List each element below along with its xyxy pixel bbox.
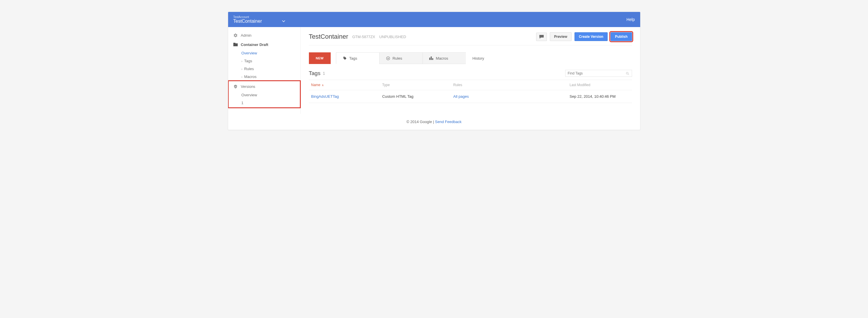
tab-label: Macros [436, 56, 448, 60]
sidebar-item-label: Rules [244, 67, 254, 71]
container-id: GTM-5877ZX [352, 35, 375, 39]
col-name[interactable]: Name∧ [309, 80, 380, 90]
search-box[interactable] [565, 70, 632, 77]
col-rules[interactable]: Rules [451, 80, 567, 90]
sidebar-item-label: Admin [241, 33, 252, 37]
new-button[interactable]: NEW [309, 52, 331, 64]
sidebar-item-draft-macros[interactable]: ›Macros [228, 73, 301, 81]
tab-macros[interactable]: Macros [423, 52, 466, 64]
chevron-right-icon: › [242, 59, 243, 63]
tags-table: Name∧ Type Rules Last Modified BingAdsUE… [309, 80, 632, 103]
footer-copyright: © 2014 Google [407, 120, 432, 124]
shield-check-icon [234, 84, 238, 89]
sidebar-item-versions-overview[interactable]: Overview [228, 91, 301, 99]
app-window: TestAccount TestContainer Help Admin [228, 12, 641, 130]
tab-rules[interactable]: Rules [379, 52, 423, 64]
gear-icon [234, 33, 238, 37]
container-switcher[interactable]: TestAccount TestContainer [234, 16, 285, 24]
tab-label: History [472, 56, 484, 60]
search-input[interactable] [568, 71, 626, 75]
main-content: TestContainer GTM-5877ZX UNPUBLISHED Pre… [301, 27, 640, 114]
sidebar-item-admin[interactable]: Admin [228, 31, 301, 40]
footer: © 2014 Google | Send Feedback [228, 114, 640, 130]
svg-point-2 [344, 57, 344, 58]
svg-line-9 [628, 74, 629, 75]
preview-button[interactable]: Preview [550, 32, 571, 41]
svg-rect-6 [431, 56, 432, 60]
tabs-bar: NEW Tags Rules Macros History [309, 52, 632, 64]
col-modified[interactable]: Last Modified [567, 80, 632, 90]
tag-type-cell: Custom HTML Tag [380, 90, 451, 103]
chevron-right-icon: › [242, 75, 243, 79]
container-status: UNPUBLISHED [379, 35, 406, 39]
svg-point-4 [388, 58, 389, 59]
section-title: Tags [309, 70, 320, 77]
col-label: Name [311, 83, 320, 87]
sort-asc-icon: ∧ [322, 84, 324, 87]
chevron-down-icon [282, 20, 285, 22]
col-type[interactable]: Type [380, 80, 451, 90]
topbar: TestAccount TestContainer Help [228, 12, 640, 27]
folder-icon [234, 42, 238, 47]
send-feedback-link[interactable]: Send Feedback [435, 120, 461, 124]
help-link[interactable]: Help [626, 17, 635, 22]
table-row[interactable]: BingAdsUETTag Custom HTML Tag All pages … [309, 90, 632, 103]
container-label: TestContainer [234, 19, 262, 24]
search-icon [626, 71, 629, 75]
tab-label: Tags [349, 56, 357, 60]
page-title: TestContainer [309, 33, 348, 40]
sidebar-item-versions[interactable]: Versions [228, 82, 301, 91]
tag-icon [343, 56, 347, 60]
account-label: TestAccount [234, 16, 285, 19]
comment-icon [539, 35, 544, 39]
tab-label: Rules [393, 56, 402, 60]
comments-button[interactable] [536, 33, 547, 41]
tab-tags[interactable]: Tags [336, 52, 379, 64]
svg-rect-5 [429, 58, 430, 60]
page-header: TestContainer GTM-5877ZX UNPUBLISHED Pre… [309, 32, 632, 46]
svg-rect-7 [432, 58, 433, 60]
building-icon [429, 56, 434, 60]
publish-button[interactable]: Publish [611, 32, 632, 41]
sidebar-item-draft-tags[interactable]: ›Tags [228, 57, 301, 65]
section-count: 1 [323, 71, 325, 76]
sidebar-item-label: Container Draft [241, 42, 269, 47]
footer-separator: | [432, 120, 435, 124]
sidebar-item-label: Macros [244, 75, 257, 79]
tag-rules-link[interactable]: All pages [453, 94, 469, 98]
tag-name-link[interactable]: BingAdsUETTag [311, 94, 339, 98]
sidebar-item-versions-1[interactable]: 1 [228, 99, 301, 107]
sidebar-item-draft-overview[interactable]: Overview [228, 49, 301, 57]
sidebar-item-container-draft[interactable]: Container Draft [228, 40, 301, 49]
section-header: Tags 1 [309, 70, 632, 77]
highlight-versions-section: Versions Overview 1 [228, 81, 301, 108]
svg-rect-1 [234, 43, 236, 44]
create-version-button[interactable]: Create Version [575, 32, 608, 41]
table-header-row: Name∧ Type Rules Last Modified [309, 80, 632, 90]
svg-point-8 [626, 72, 628, 74]
tab-history[interactable]: History [466, 52, 491, 64]
target-icon [386, 56, 390, 60]
tag-modified-cell: Sep 22, 2014, 10:40:46 PM [567, 90, 632, 103]
sidebar-item-draft-rules[interactable]: ›Rules [228, 65, 301, 73]
sidebar-item-label: Versions [241, 84, 255, 89]
chevron-right-icon: › [242, 67, 243, 71]
sidebar-item-label: Tags [244, 59, 252, 63]
sidebar: Admin Container Draft Overview ›Tags ›Ru… [228, 27, 301, 114]
